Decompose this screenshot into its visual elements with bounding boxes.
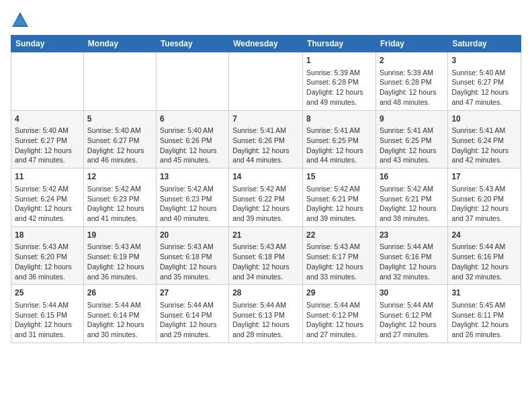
calendar-cell <box>156 52 228 111</box>
calendar-cell: 22Sunrise: 5:43 AM Sunset: 6:17 PM Dayli… <box>303 226 376 285</box>
calendar-cell: 18Sunrise: 5:43 AM Sunset: 6:20 PM Dayli… <box>11 226 84 285</box>
calendar-cell <box>83 52 156 111</box>
day-info: Sunrise: 5:42 AM Sunset: 6:21 PM Dayligh… <box>306 185 363 222</box>
calendar-cell: 13Sunrise: 5:42 AM Sunset: 6:23 PM Dayli… <box>156 169 228 227</box>
calendar-cell: 28Sunrise: 5:44 AM Sunset: 6:13 PM Dayli… <box>229 285 303 343</box>
day-info: Sunrise: 5:42 AM Sunset: 6:24 PM Dayligh… <box>15 185 72 222</box>
day-info: Sunrise: 5:43 AM Sunset: 6:19 PM Dayligh… <box>87 242 144 280</box>
day-info: Sunrise: 5:41 AM Sunset: 6:26 PM Dayligh… <box>232 126 290 164</box>
calendar-cell: 27Sunrise: 5:44 AM Sunset: 6:14 PM Dayli… <box>156 285 228 343</box>
calendar-cell: 7Sunrise: 5:41 AM Sunset: 6:26 PM Daylig… <box>229 110 303 169</box>
day-number: 10 <box>451 113 517 125</box>
day-number: 28 <box>232 287 299 299</box>
day-info: Sunrise: 5:44 AM Sunset: 6:15 PM Dayligh… <box>15 301 72 338</box>
calendar-cell: 17Sunrise: 5:43 AM Sunset: 6:20 PM Dayli… <box>448 169 521 227</box>
calendar-cell: 29Sunrise: 5:44 AM Sunset: 6:12 PM Dayli… <box>303 285 376 343</box>
day-number: 16 <box>380 171 444 183</box>
day-info: Sunrise: 5:41 AM Sunset: 6:24 PM Dayligh… <box>451 126 508 164</box>
calendar-cell: 12Sunrise: 5:42 AM Sunset: 6:23 PM Dayli… <box>83 169 156 227</box>
day-number: 23 <box>380 230 444 241</box>
column-header-thursday: Thursday <box>303 36 376 52</box>
calendar-cell: 23Sunrise: 5:44 AM Sunset: 6:16 PM Dayli… <box>375 226 447 285</box>
day-number: 3 <box>451 55 517 66</box>
column-header-wednesday: Wednesday <box>229 36 303 52</box>
day-info: Sunrise: 5:44 AM Sunset: 6:14 PM Dayligh… <box>87 301 144 338</box>
day-number: 11 <box>15 171 80 183</box>
column-header-monday: Monday <box>83 36 156 52</box>
day-info: Sunrise: 5:44 AM Sunset: 6:14 PM Dayligh… <box>160 301 217 338</box>
day-number: 8 <box>306 113 372 125</box>
calendar-week-5: 25Sunrise: 5:44 AM Sunset: 6:15 PM Dayli… <box>11 285 521 343</box>
logo-icon <box>11 11 30 30</box>
calendar-week-2: 4Sunrise: 5:40 AM Sunset: 6:27 PM Daylig… <box>11 110 521 169</box>
calendar-cell: 21Sunrise: 5:43 AM Sunset: 6:18 PM Dayli… <box>229 226 303 285</box>
day-number: 4 <box>15 113 80 125</box>
calendar-cell: 14Sunrise: 5:42 AM Sunset: 6:22 PM Dayli… <box>229 169 303 227</box>
day-info: Sunrise: 5:41 AM Sunset: 6:25 PM Dayligh… <box>306 126 363 164</box>
calendar-cell: 9Sunrise: 5:41 AM Sunset: 6:25 PM Daylig… <box>375 110 447 169</box>
column-header-sunday: Sunday <box>11 36 84 52</box>
column-header-friday: Friday <box>375 36 447 52</box>
calendar-cell: 1Sunrise: 5:39 AM Sunset: 6:28 PM Daylig… <box>303 52 376 111</box>
day-number: 25 <box>15 287 80 299</box>
day-number: 31 <box>451 287 517 299</box>
day-number: 14 <box>232 171 299 183</box>
day-number: 7 <box>232 113 299 125</box>
day-number: 26 <box>87 287 152 299</box>
calendar-cell: 10Sunrise: 5:41 AM Sunset: 6:24 PM Dayli… <box>448 110 521 169</box>
day-number: 9 <box>380 113 444 125</box>
calendar-cell: 6Sunrise: 5:40 AM Sunset: 6:26 PM Daylig… <box>156 110 228 169</box>
calendar-cell: 3Sunrise: 5:40 AM Sunset: 6:27 PM Daylig… <box>448 52 521 111</box>
day-number: 1 <box>306 55 372 66</box>
calendar-cell: 5Sunrise: 5:40 AM Sunset: 6:27 PM Daylig… <box>83 110 156 169</box>
day-info: Sunrise: 5:39 AM Sunset: 6:28 PM Dayligh… <box>380 68 437 106</box>
calendar-cell: 11Sunrise: 5:42 AM Sunset: 6:24 PM Dayli… <box>11 169 84 227</box>
calendar-table: SundayMondayTuesdayWednesdayThursdayFrid… <box>11 35 521 343</box>
svg-marker-1 <box>13 15 27 26</box>
calendar-cell: 2Sunrise: 5:39 AM Sunset: 6:28 PM Daylig… <box>375 52 447 111</box>
day-info: Sunrise: 5:43 AM Sunset: 6:20 PM Dayligh… <box>451 185 508 222</box>
column-header-saturday: Saturday <box>448 36 521 52</box>
day-info: Sunrise: 5:42 AM Sunset: 6:23 PM Dayligh… <box>160 185 217 222</box>
calendar-week-3: 11Sunrise: 5:42 AM Sunset: 6:24 PM Dayli… <box>11 169 521 227</box>
day-info: Sunrise: 5:42 AM Sunset: 6:23 PM Dayligh… <box>87 185 144 222</box>
day-number: 12 <box>87 171 152 183</box>
day-number: 21 <box>232 230 299 241</box>
day-info: Sunrise: 5:43 AM Sunset: 6:18 PM Dayligh… <box>232 242 290 280</box>
calendar-cell <box>229 52 303 111</box>
calendar-week-4: 18Sunrise: 5:43 AM Sunset: 6:20 PM Dayli… <box>11 226 521 285</box>
logo <box>11 11 32 30</box>
day-number: 24 <box>451 230 517 241</box>
day-info: Sunrise: 5:43 AM Sunset: 6:18 PM Dayligh… <box>160 242 217 280</box>
day-info: Sunrise: 5:43 AM Sunset: 6:17 PM Dayligh… <box>306 242 363 280</box>
column-header-tuesday: Tuesday <box>156 36 228 52</box>
day-number: 6 <box>160 113 225 125</box>
day-number: 30 <box>380 287 444 299</box>
day-info: Sunrise: 5:39 AM Sunset: 6:28 PM Dayligh… <box>306 68 363 106</box>
day-info: Sunrise: 5:40 AM Sunset: 6:27 PM Dayligh… <box>87 126 144 164</box>
day-info: Sunrise: 5:42 AM Sunset: 6:21 PM Dayligh… <box>380 185 437 222</box>
day-info: Sunrise: 5:40 AM Sunset: 6:26 PM Dayligh… <box>160 126 217 164</box>
day-info: Sunrise: 5:44 AM Sunset: 6:16 PM Dayligh… <box>451 242 508 280</box>
calendar-cell: 8Sunrise: 5:41 AM Sunset: 6:25 PM Daylig… <box>303 110 376 169</box>
day-number: 29 <box>306 287 372 299</box>
calendar-cell: 24Sunrise: 5:44 AM Sunset: 6:16 PM Dayli… <box>448 226 521 285</box>
calendar-cell: 19Sunrise: 5:43 AM Sunset: 6:19 PM Dayli… <box>83 226 156 285</box>
calendar-cell: 30Sunrise: 5:44 AM Sunset: 6:12 PM Dayli… <box>375 285 447 343</box>
day-info: Sunrise: 5:42 AM Sunset: 6:22 PM Dayligh… <box>232 185 290 222</box>
day-number: 2 <box>380 55 444 66</box>
day-number: 17 <box>451 171 517 183</box>
page-header <box>11 11 521 30</box>
calendar-cell: 16Sunrise: 5:42 AM Sunset: 6:21 PM Dayli… <box>375 169 447 227</box>
calendar-cell: 31Sunrise: 5:45 AM Sunset: 6:11 PM Dayli… <box>448 285 521 343</box>
day-info: Sunrise: 5:44 AM Sunset: 6:12 PM Dayligh… <box>380 301 437 338</box>
day-number: 15 <box>306 171 372 183</box>
calendar-cell: 25Sunrise: 5:44 AM Sunset: 6:15 PM Dayli… <box>11 285 84 343</box>
day-number: 20 <box>160 230 225 241</box>
day-number: 13 <box>160 171 225 183</box>
calendar-cell: 15Sunrise: 5:42 AM Sunset: 6:21 PM Dayli… <box>303 169 376 227</box>
calendar-cell: 26Sunrise: 5:44 AM Sunset: 6:14 PM Dayli… <box>83 285 156 343</box>
day-info: Sunrise: 5:40 AM Sunset: 6:27 PM Dayligh… <box>15 126 72 164</box>
calendar-cell <box>11 52 84 111</box>
day-info: Sunrise: 5:44 AM Sunset: 6:16 PM Dayligh… <box>380 242 437 280</box>
